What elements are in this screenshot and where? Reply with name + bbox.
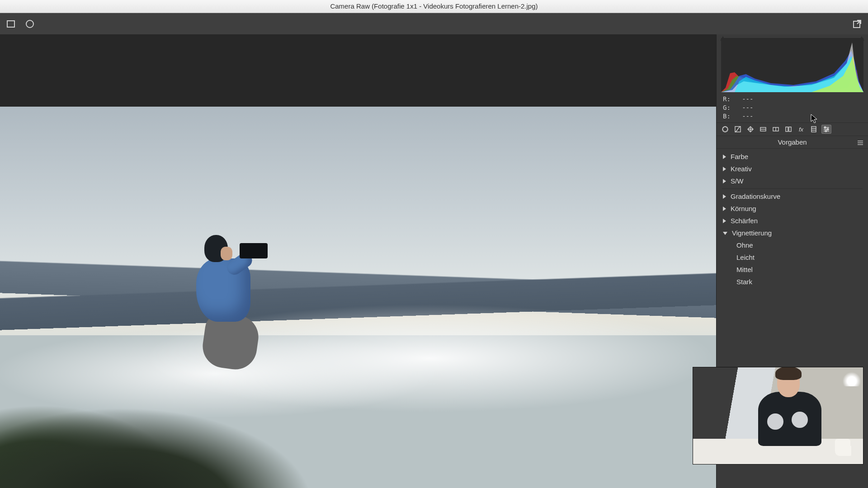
disclosure-triangle-icon [723,179,726,183]
single-view-icon[interactable] [5,19,16,29]
window-title-bar: Camera Raw (Fotografie 1x1 - Videokurs F… [0,0,868,13]
preset-group-label: Schärfen [731,217,758,225]
preset-item-leicht[interactable]: Leicht [717,251,868,263]
svg-rect-9 [811,127,816,132]
preset-item-label: Ohne [736,241,753,249]
disclosure-triangle-icon [723,232,727,235]
preset-group-gradationskurve[interactable]: Gradationskurve [717,190,868,202]
tab-calibration-icon[interactable] [809,125,819,134]
preset-group-label: Gradationskurve [731,192,780,200]
preset-group-separator [722,188,863,189]
panel-menu-icon[interactable] [857,139,863,145]
panel-title-bar: Vorgaben [717,136,868,149]
readout-b-label: B: [723,113,731,120]
preset-group-schaerfen[interactable]: Schärfen [717,215,868,227]
tab-tone-curve-icon[interactable] [733,125,743,134]
preset-item-stark[interactable]: Stark [717,276,868,288]
tab-lens-icon[interactable] [783,125,793,134]
preset-group-label: Kreativ [731,165,752,173]
preset-group-label: Körnung [731,205,756,212]
webcam-person [752,367,820,448]
photo-subject [172,235,262,371]
webcam-lamp [842,369,861,386]
panel-title: Vorgaben [778,138,807,146]
readout-r-value: --- [742,95,753,103]
preset-group-kreativ[interactable]: Kreativ [717,163,868,175]
preset-group-label: Farbe [731,153,748,160]
svg-rect-8 [789,127,791,131]
tab-basic-icon[interactable] [720,125,730,134]
preset-group-vignettierung[interactable]: Vignettierung [717,227,868,239]
top-toolbar [0,13,868,35]
svg-point-1 [26,20,33,28]
histogram[interactable] [721,38,863,92]
rgb-readout: R: --- G: --- B: --- [717,92,868,123]
edited-photo [0,107,716,488]
preset-group-label: Vignettierung [732,229,772,237]
readout-g-label: G: [723,104,731,111]
readout-b-value: --- [742,113,753,120]
preset-item-ohne[interactable]: Ohne [717,239,868,251]
panel-tab-strip: fx [717,123,868,136]
preset-item-label: Stark [736,278,752,286]
webcam-overlay [693,367,863,465]
disclosure-triangle-icon [723,167,726,171]
svg-point-12 [825,130,826,131]
svg-rect-7 [786,127,788,131]
svg-rect-0 [7,21,14,27]
preset-group-label: S/W [731,177,743,185]
disclosure-triangle-icon [723,206,726,211]
readout-r-label: R: [723,95,731,103]
tab-hsl-icon[interactable] [758,125,768,134]
canvas-padding-top [0,34,716,107]
preset-group-koernung[interactable]: Körnung [717,202,868,215]
readout-g-value: --- [742,104,753,111]
tab-fx-icon[interactable]: fx [796,125,806,134]
tab-presets-icon[interactable] [821,125,831,134]
preset-item-label: Mittel [736,266,753,273]
image-canvas[interactable] [0,34,716,488]
svg-point-11 [827,128,828,130]
disclosure-triangle-icon [723,155,726,159]
disclosure-triangle-icon [723,219,726,223]
svg-point-10 [824,127,826,128]
preset-item-mittel[interactable]: Mittel [717,263,868,276]
webcam-mug [835,439,850,456]
window-title: Camera Raw (Fotografie 1x1 - Videokurs F… [330,2,538,10]
preset-item-label: Leicht [736,253,755,261]
disclosure-triangle-icon [723,194,726,199]
tab-detail-icon[interactable] [745,125,755,134]
preset-group-sw[interactable]: S/W [717,175,868,187]
preset-group-farbe[interactable]: Farbe [717,150,868,163]
open-in-icon[interactable] [852,19,863,29]
tab-split-tone-icon[interactable] [771,125,781,134]
compare-circle-icon[interactable] [24,19,35,29]
